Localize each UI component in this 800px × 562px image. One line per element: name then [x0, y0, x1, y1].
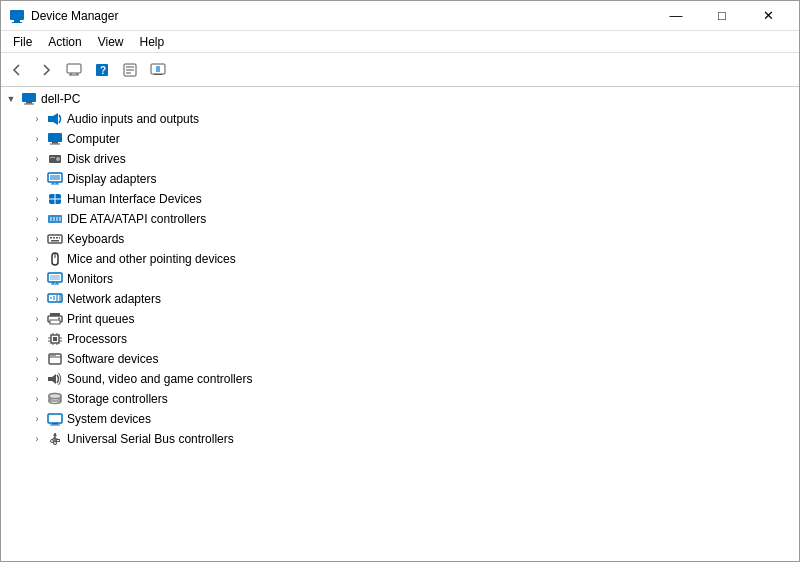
list-item[interactable]: › Audio inputs and outputs	[1, 109, 799, 129]
properties-button[interactable]	[117, 57, 143, 83]
list-item[interactable]: › IDE ATA/ATAPI controllers	[1, 209, 799, 229]
svg-rect-17	[26, 102, 32, 104]
chevron-icon: ›	[29, 311, 45, 327]
item-label: Display adapters	[67, 172, 156, 186]
item-label: Audio inputs and outputs	[67, 112, 199, 126]
chevron-icon: ›	[29, 191, 45, 207]
item-label: IDE ATA/ATAPI controllers	[67, 212, 206, 226]
svg-marker-20	[53, 113, 58, 125]
chevron-icon: ›	[29, 411, 45, 427]
svg-rect-14	[154, 74, 162, 75]
minimize-button[interactable]: —	[653, 1, 699, 31]
print-icon	[47, 311, 63, 327]
svg-rect-82	[48, 414, 62, 423]
back-button[interactable]	[5, 57, 31, 83]
list-item[interactable]: › Keyboards	[1, 229, 799, 249]
item-label: System devices	[67, 412, 151, 426]
tree-root[interactable]: ▼ dell-PC	[1, 89, 799, 109]
monitor-button[interactable]	[145, 57, 171, 83]
window-title: Device Manager	[31, 9, 653, 23]
svg-rect-0	[10, 10, 24, 20]
toolbar: ?	[1, 53, 799, 87]
svg-rect-48	[50, 275, 60, 280]
chevron-icon: ›	[29, 291, 45, 307]
svg-rect-3	[67, 64, 81, 73]
chevron-icon: ›	[29, 151, 45, 167]
list-item[interactable]: › Monitors	[1, 269, 799, 289]
maximize-button[interactable]: □	[699, 1, 745, 31]
audio-icon	[47, 111, 63, 127]
list-item[interactable]: › Mice and other pointing devices	[1, 249, 799, 269]
sound-icon	[47, 371, 63, 387]
svg-rect-40	[48, 235, 62, 243]
svg-rect-2	[12, 22, 22, 23]
svg-rect-18	[24, 104, 34, 105]
svg-rect-45	[51, 240, 59, 242]
item-label: Print queues	[67, 312, 134, 326]
list-item[interactable]: › Software devices	[1, 349, 799, 369]
list-item[interactable]: › Display adapters	[1, 169, 799, 189]
chevron-icon: ›	[29, 131, 45, 147]
menu-action[interactable]: Action	[40, 33, 89, 51]
list-item[interactable]: › Computer	[1, 129, 799, 149]
item-label: Storage controllers	[67, 392, 168, 406]
list-item[interactable]: › Universal Serial Bus controllers	[1, 429, 799, 449]
list-item[interactable]: › Human Interface Devices	[1, 189, 799, 209]
storage-icon	[47, 391, 63, 407]
list-item[interactable]: › Print queues	[1, 309, 799, 329]
chevron-icon: ›	[29, 271, 45, 287]
list-item[interactable]: › System devices	[1, 409, 799, 429]
chevron-icon: ›	[29, 351, 45, 367]
menu-view[interactable]: View	[90, 33, 132, 51]
svg-point-74	[52, 355, 53, 356]
svg-rect-22	[52, 142, 58, 144]
list-item[interactable]: › Network adapters	[1, 289, 799, 309]
display-icon	[47, 171, 63, 187]
software-icon	[47, 351, 63, 367]
device-tree: ▼ dell-PC › Audio inputs and ou	[1, 87, 799, 561]
chevron-icon: ›	[29, 171, 45, 187]
chevron-icon: ›	[29, 231, 45, 247]
list-item[interactable]: › Processors	[1, 329, 799, 349]
chevron-icon: ›	[29, 391, 45, 407]
svg-rect-26	[50, 157, 55, 158]
list-item[interactable]: › Disk drives	[1, 149, 799, 169]
list-item[interactable]: › Storage controllers	[1, 389, 799, 409]
root-chevron: ▼	[3, 91, 19, 107]
svg-point-73	[50, 355, 51, 356]
svg-point-81	[49, 394, 61, 399]
root-label: dell-PC	[41, 92, 80, 106]
chevron-icon: ›	[29, 331, 45, 347]
ide-icon	[47, 211, 63, 227]
svg-marker-86	[53, 433, 57, 436]
svg-rect-83	[52, 423, 58, 425]
svg-rect-21	[48, 133, 62, 142]
svg-rect-19	[48, 116, 53, 122]
svg-rect-62	[53, 337, 57, 341]
svg-rect-84	[50, 425, 60, 426]
computer-button[interactable]	[61, 57, 87, 83]
item-label: Software devices	[67, 352, 158, 366]
list-item[interactable]: › Sound, video and game controllers	[1, 369, 799, 389]
chevron-icon: ›	[29, 211, 45, 227]
svg-rect-42	[53, 237, 55, 239]
svg-rect-28	[50, 175, 60, 180]
svg-rect-44	[59, 237, 60, 239]
item-label: Mice and other pointing devices	[67, 252, 236, 266]
svg-point-25	[56, 157, 60, 161]
svg-rect-16	[22, 93, 36, 102]
svg-rect-76	[48, 377, 52, 381]
help-button[interactable]: ?	[89, 57, 115, 83]
menu-help[interactable]: Help	[132, 33, 173, 51]
chevron-icon: ›	[29, 371, 45, 387]
forward-button[interactable]	[33, 57, 59, 83]
item-label: Network adapters	[67, 292, 161, 306]
svg-rect-15	[156, 66, 160, 72]
keyboard-icon	[47, 231, 63, 247]
close-button[interactable]: ✕	[745, 1, 791, 31]
svg-point-89	[51, 440, 54, 443]
network-icon	[47, 291, 63, 307]
window-controls: — □ ✕	[653, 1, 791, 31]
svg-rect-41	[50, 237, 52, 239]
menu-file[interactable]: File	[5, 33, 40, 51]
